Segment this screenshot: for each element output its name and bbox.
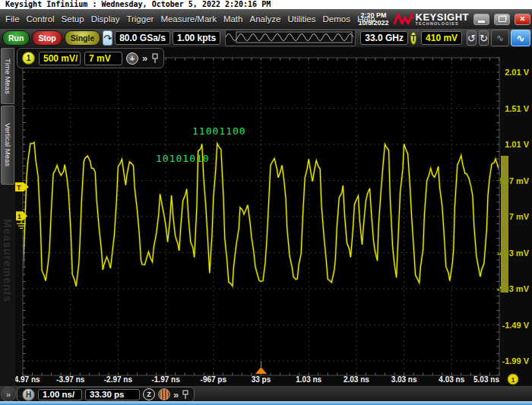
zoom-icon: Z [147,391,150,398]
touch-button[interactable]: ↷ [103,30,112,46]
plus-icon: + [130,54,135,63]
preview-waveform-icon [226,30,355,44]
undo-button[interactable]: ↺ [467,30,477,46]
x-axis-label: -1.97 ns [151,375,180,384]
horizontal-toolbar: » H 1.00 ns/ 33.30 ps Z » [0,386,532,401]
screen-capture-button[interactable]: ∿ [491,30,509,46]
bit-pattern-annotation: 11001100 [192,125,246,137]
oscilloscope-app: Keysight Infiniium : Wednesday, October … [0,0,532,405]
x-axis-label: -4.97 ns [15,375,40,384]
touch-icon: ↷ [103,33,112,44]
x-axis-label: -967 ps [201,375,227,384]
menu-control[interactable]: Control [27,14,55,24]
y-axis-label: 1.01 V [505,140,529,149]
x-axis-label: 2.03 ns [344,375,369,384]
screen-icon: ∿ [496,33,504,43]
channel-marker-label: 1 [17,213,21,220]
add-channel-button[interactable]: + [126,52,138,65]
horizontal-badge[interactable]: H [22,388,35,401]
trigger-level-field[interactable]: 410 mV [421,31,462,45]
clock: 2:20 PM 10/5/2022 [358,11,388,27]
run-button[interactable]: Run [2,30,30,46]
menu-math[interactable]: Math [223,14,243,24]
expand-chevrons-icon[interactable]: » [142,53,147,63]
y-axis-label: -1.49 V [502,321,530,330]
menu-analyze[interactable]: Analyze [249,14,280,24]
horizontal-controls: H 1.00 ns/ 33.30 ps Z » [17,387,195,402]
x-axis-label: 4.03 ns [439,375,464,384]
redo-button[interactable]: ↻ [479,30,489,46]
close-button[interactable]: ✕ [515,14,530,25]
menu-trigger[interactable]: Trigger [126,14,154,24]
horizontal-position-field[interactable]: 33.30 ps [85,389,140,400]
plot-channel1-badge-label: 1 [511,376,515,384]
toolbar-right-group: ∿ ∿ [491,30,530,46]
sidebar-tab-vertical-meas[interactable]: Vertical Meas [1,106,14,185]
menu-utilities[interactable]: Utilities [287,14,315,24]
bit-pattern-annotation: 10101010 [156,153,210,164]
x-axis-label: -3.97 ns [56,375,85,384]
maximize-icon [499,16,506,22]
waveform-tool-icon: ∿ [516,33,524,44]
waveform-tool-button[interactable]: ∿ [511,30,530,46]
acquisition-preview[interactable] [225,30,356,46]
menu-measuremark[interactable]: Measure/Mark [160,14,217,24]
x-axis-label: 5.03 ns [473,375,499,384]
signal-range-indicator [501,156,508,293]
keysight-spark-icon [394,12,413,26]
memory-depth-field[interactable]: 1.00 kpts [173,31,220,45]
channel1-badge[interactable]: 1 [22,52,35,65]
zoom-mode-button[interactable]: Z [143,388,155,400]
bandwidth-field[interactable]: 33.0 GHz [360,31,408,45]
brand-name: KEYSIGHT [416,13,469,21]
trigger-marker-label: T [17,184,21,191]
window-border-bottom [0,401,532,405]
overflow-button[interactable]: » [1,387,16,402]
y-axis-label: 7 mV [509,212,530,221]
waveform-plot[interactable]: 2.01 V1.51 V1.01 V507 mV7 mV-493 mV-993 … [15,47,532,386]
close-icon: ✕ [520,15,526,23]
sidebar-tab-time-meas[interactable]: Time Meas [1,48,14,104]
measurement-sidebar: Time MeasVertical Meas Measurements [0,47,15,386]
undo-icon: ↺ [467,33,476,44]
y-axis-label: -1.99 V [502,356,530,365]
menu-bar: FileControlSetupDisplayTriggerMeasure/Ma… [0,9,532,29]
menu-setup[interactable]: Setup [62,14,84,24]
sidebar-watermark: Measurements [2,219,14,302]
maximize-button[interactable] [494,14,510,25]
menu-display[interactable]: Display [91,14,120,24]
x-axis-label: -2.97 ns [104,375,133,384]
keysight-logo: KEYSIGHT TECHNOLOGIES [394,12,469,26]
clock-date: 10/5/2022 [358,19,388,27]
menu-bar-right: 2:20 PM 10/5/2022 KEYSIGHT TECHNOLOGIES … [358,9,530,29]
pin-icon[interactable] [151,53,159,64]
window-title: Keysight Infiniium : Wednesday, October … [5,0,271,8]
menu-demos[interactable]: Demos [322,14,350,24]
clock-time: 2:20 PM [358,11,388,19]
redo-icon: ↻ [480,33,488,44]
display-area: Time MeasVertical Meas Measurements 2.01… [0,47,532,386]
y-axis-label: 1.51 V [505,104,529,113]
horizontal-pin-icon[interactable] [182,390,189,400]
x-axis-label: 33 ps [252,375,271,384]
stop-button[interactable]: Stop [32,30,62,46]
single-button[interactable]: Single [65,30,101,46]
minimize-icon [478,21,485,23]
channel1-scale-field[interactable]: 500 mV/ [39,52,81,65]
overflow-chevrons-icon: » [6,390,11,399]
timebase-field[interactable]: 1.00 ns/ [38,389,82,400]
trigger-badge[interactable]: T [410,32,416,45]
y-axis-label: 2.01 V [505,68,529,77]
menu-items: FileControlSetupDisplayTriggerMeasure/Ma… [0,14,375,24]
minimize-button[interactable] [473,14,489,25]
intensity-button[interactable] [158,388,170,400]
acquisition-toolbar: Run Stop Single ↷ 80.0 GSa/s 1.00 kpts 3… [0,29,532,47]
window-titlebar[interactable]: Keysight Infiniium : Wednesday, October … [0,0,532,9]
horizontal-chevrons-icon[interactable]: » [173,390,179,400]
sample-rate-field[interactable]: 80.0 GSa/s [115,31,170,45]
channel1-offset-field[interactable]: 7 mV [84,52,122,65]
channel1-controls: 1 500 mV/ 7 mV + » [17,48,164,68]
x-axis-label: 3.03 ns [391,375,417,384]
x-axis-label: 1.03 ns [296,375,321,384]
menu-file[interactable]: File [5,14,20,24]
